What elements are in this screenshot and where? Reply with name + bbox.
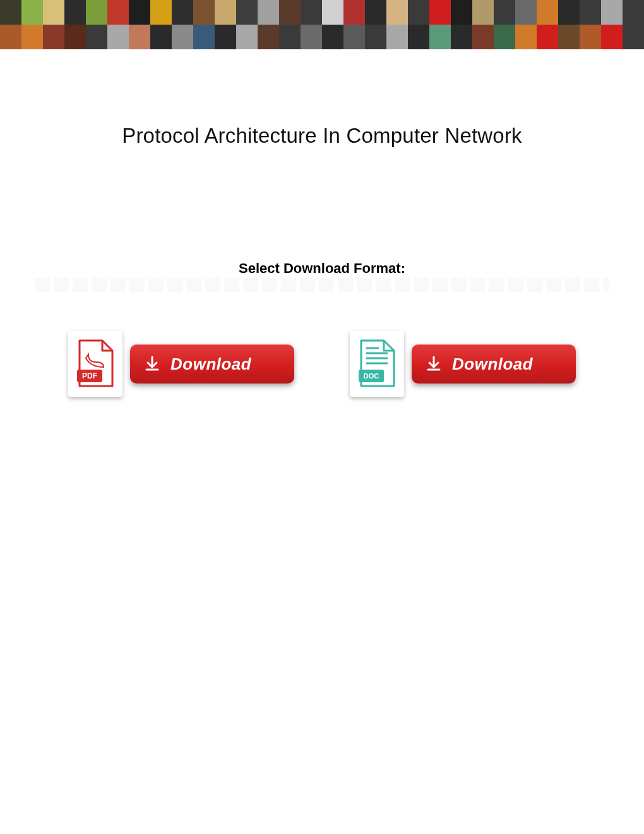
banner-tile (86, 0, 107, 25)
banner-tile (558, 25, 580, 49)
banner-tile (451, 25, 472, 49)
download-option-doc: DOC Download (350, 331, 576, 397)
pdf-badge-label: PDF (82, 372, 97, 380)
banner-tile (107, 0, 129, 25)
banner-tile (515, 0, 537, 25)
banner-tile (537, 0, 558, 25)
banner-tile (279, 25, 301, 49)
banner-tile (236, 25, 258, 49)
banner-tile (129, 0, 150, 25)
banner-tile (172, 25, 193, 49)
banner-tile (365, 25, 386, 49)
banner-tile (429, 25, 451, 49)
banner-tile (494, 25, 515, 49)
banner-tile (322, 25, 343, 49)
download-arrow-icon (426, 356, 442, 372)
doc-file-icon: DOC (350, 331, 404, 397)
banner-tile (580, 0, 601, 25)
page-title: Protocol Architecture In Computer Networ… (25, 124, 619, 148)
banner-tile (623, 0, 644, 25)
banner-tile (386, 0, 408, 25)
banner-tile (215, 0, 236, 25)
banner-tile (515, 25, 537, 49)
download-arrow-icon (144, 356, 160, 372)
banner-tile (43, 25, 64, 49)
banner-tile (279, 0, 301, 25)
download-pdf-label: Download (170, 354, 251, 374)
banner-tile (64, 0, 86, 25)
banner-tile (558, 0, 580, 25)
banner-tile (472, 0, 494, 25)
banner-tile (301, 0, 322, 25)
banner-tile (408, 0, 429, 25)
download-pdf-button[interactable]: Download (130, 344, 294, 384)
ghost-thumbnail-row (35, 278, 609, 292)
banner-tile (408, 25, 429, 49)
banner-tile (301, 25, 322, 49)
banner-tile (343, 0, 365, 25)
banner-tile (601, 25, 623, 49)
banner-tile (601, 0, 623, 25)
banner-tile (107, 25, 129, 49)
download-doc-button[interactable]: Download (412, 344, 576, 384)
banner-tile (21, 0, 43, 25)
banner-tile (86, 25, 107, 49)
banner-tile (150, 0, 172, 25)
banner-tile (451, 0, 472, 25)
download-option-pdf: PDF Download (68, 331, 294, 397)
banner-tile (258, 25, 279, 49)
banner-tile (193, 0, 215, 25)
doc-badge-label: DOC (364, 372, 379, 380)
banner-tile (494, 0, 515, 25)
banner-tile (343, 25, 365, 49)
format-label: Select Download Format: (25, 260, 619, 277)
banner-tile (0, 25, 21, 49)
banner-tile (623, 25, 644, 49)
banner-tile (236, 0, 258, 25)
banner-tile (0, 0, 21, 25)
download-row: PDF Download (25, 331, 619, 397)
banner-tile (129, 25, 150, 49)
banner-tile (472, 25, 494, 49)
banner-tile (365, 0, 386, 25)
banner-tile (150, 25, 172, 49)
banner-tile (537, 25, 558, 49)
download-doc-label: Download (452, 354, 533, 374)
banner-tile (43, 0, 64, 25)
banner-tile (193, 25, 215, 49)
pdf-file-icon: PDF (68, 331, 122, 397)
banner-tile (429, 0, 451, 25)
banner-tile (21, 25, 43, 49)
banner-collage (0, 0, 644, 49)
banner-tile (215, 25, 236, 49)
banner-tile (172, 0, 193, 25)
banner-tile (386, 25, 408, 49)
banner-tile (322, 0, 343, 25)
banner-tile (64, 25, 86, 49)
banner-tile (258, 0, 279, 25)
page-content: Protocol Architecture In Computer Networ… (0, 124, 644, 397)
banner-tile (580, 25, 601, 49)
